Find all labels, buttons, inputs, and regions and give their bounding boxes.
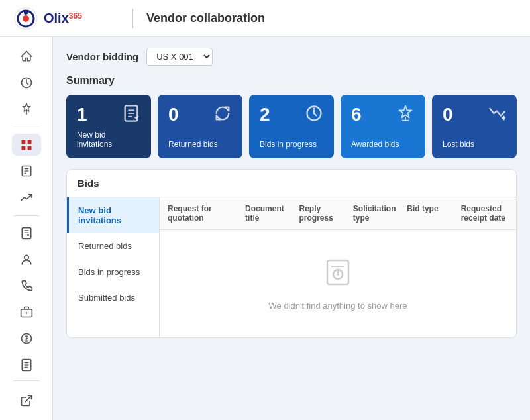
bids-title: Bids bbox=[67, 170, 516, 197]
main-layout: Vendor bidding US X 001 US X 002 US X 00… bbox=[0, 37, 530, 420]
analytics-icon[interactable] bbox=[12, 186, 41, 209]
card-top-4: 6 bbox=[351, 104, 415, 127]
bids-tabs: New bid invitations Returned bids Bids i… bbox=[67, 197, 160, 337]
bids-table-content: Request for quotation Document title Rep… bbox=[160, 197, 516, 337]
briefcase-icon[interactable] bbox=[12, 301, 41, 324]
card-top-2: 0 bbox=[168, 104, 232, 127]
card-label-4: Awarded bids bbox=[351, 140, 415, 149]
th-requested-receipt: Requested receipt date bbox=[461, 204, 508, 223]
summary-card-new-bid-invitations[interactable]: 1 New bid invitations bbox=[66, 95, 151, 158]
card-label-2: Returned bids bbox=[168, 140, 232, 149]
tab-new-bid-invitations[interactable]: New bid invitations bbox=[67, 197, 159, 233]
card-number-5: 0 bbox=[443, 104, 453, 125]
card-label-1: New bid invitations bbox=[77, 131, 140, 149]
svg-rect-7 bbox=[27, 140, 31, 144]
card-icon-bids-progress bbox=[305, 104, 323, 127]
sidebar bbox=[0, 37, 53, 420]
app-header: Olix365 Vendor collaboration bbox=[0, 0, 530, 37]
breadcrumb-label: Vendor bidding bbox=[66, 51, 138, 62]
app-title: Vendor collaboration bbox=[146, 11, 265, 25]
dollar-icon[interactable] bbox=[12, 327, 41, 350]
logo-area: Olix365 bbox=[13, 6, 119, 31]
card-number-2: 0 bbox=[168, 104, 179, 125]
summary-title: Summary bbox=[66, 75, 517, 87]
report-icon[interactable] bbox=[12, 160, 41, 182]
svg-point-18 bbox=[26, 234, 28, 236]
sidebar-divider-2 bbox=[13, 215, 40, 216]
phone-icon[interactable] bbox=[12, 275, 41, 297]
card-number-4: 6 bbox=[351, 104, 362, 125]
svg-point-19 bbox=[24, 255, 28, 260]
card-top-5: 0 bbox=[443, 104, 506, 127]
empty-message: We didn't find anything to show here bbox=[269, 301, 407, 311]
card-top-1: 1 bbox=[77, 104, 140, 127]
pin-icon[interactable] bbox=[12, 97, 41, 120]
th-reply-progress: Reply progress bbox=[299, 204, 346, 223]
grid-icon[interactable] bbox=[12, 134, 41, 156]
svg-point-2 bbox=[23, 15, 29, 22]
header-divider bbox=[132, 9, 133, 28]
card-label-3: Bids in progress bbox=[260, 140, 323, 149]
svg-rect-9 bbox=[27, 146, 31, 150]
breadcrumb-bar: Vendor bidding US X 001 US X 002 US X 00… bbox=[66, 48, 517, 66]
card-icon-awarded bbox=[396, 104, 415, 127]
sidebar-divider-3 bbox=[13, 380, 40, 381]
tab-bids-in-progress[interactable]: Bids in progress bbox=[67, 259, 159, 285]
sidebar-divider-1 bbox=[13, 127, 40, 127]
summary-cards: 1 New bid invitations 0 Returned bids bbox=[66, 95, 517, 158]
person-icon[interactable] bbox=[12, 248, 41, 271]
clock-icon[interactable] bbox=[12, 72, 41, 94]
summary-card-returned-bids[interactable]: 0 Returned bids bbox=[158, 95, 242, 158]
logo-text: Olix365 bbox=[44, 11, 82, 26]
doc-icon[interactable] bbox=[12, 354, 41, 376]
table-empty-state: We didn't find anything to show here bbox=[160, 230, 516, 337]
svg-rect-6 bbox=[21, 140, 25, 144]
logo-icon bbox=[13, 6, 38, 31]
card-icon-new-bid bbox=[122, 104, 140, 127]
card-top-3: 2 bbox=[260, 104, 323, 127]
th-bid-type: Bid type bbox=[407, 204, 454, 223]
th-solicitation-type: Solicitation type bbox=[353, 204, 400, 223]
th-document-title: Document title bbox=[245, 204, 292, 223]
svg-point-33 bbox=[313, 107, 315, 110]
bids-body: New bid invitations Returned bids Bids i… bbox=[67, 197, 516, 337]
th-rfq: Request for quotation bbox=[168, 204, 238, 223]
svg-line-27 bbox=[25, 396, 31, 402]
summary-card-bids-in-progress[interactable]: 2 Bids in progress bbox=[249, 95, 334, 158]
card-icon-lost bbox=[488, 104, 506, 127]
bids-container: Bids New bid invitations Returned bids B… bbox=[66, 169, 517, 338]
external-link-icon[interactable] bbox=[12, 390, 41, 412]
table-header: Request for quotation Document title Rep… bbox=[160, 197, 516, 230]
card-number-1: 1 bbox=[77, 104, 87, 125]
svg-rect-14 bbox=[22, 228, 30, 239]
tab-returned-bids[interactable]: Returned bids bbox=[67, 233, 159, 259]
card-label-5: Lost bids bbox=[443, 140, 506, 149]
main-content: Vendor bidding US X 001 US X 002 US X 00… bbox=[53, 37, 530, 420]
summary-card-awarded-bids[interactable]: 6 Awarded bids bbox=[341, 95, 425, 158]
vendor-select[interactable]: US X 001 US X 002 US X 003 bbox=[146, 48, 213, 66]
card-number-3: 2 bbox=[260, 104, 270, 125]
tab-submitted-bids[interactable]: Submitted bids bbox=[67, 285, 159, 311]
card-icon-returned bbox=[213, 104, 232, 127]
svg-rect-8 bbox=[21, 146, 25, 150]
summary-card-lost-bids[interactable]: 0 Lost bids bbox=[432, 95, 517, 158]
empty-icon bbox=[322, 256, 354, 294]
svg-point-3 bbox=[24, 11, 28, 15]
home-icon[interactable] bbox=[12, 45, 41, 68]
invoice-icon[interactable] bbox=[12, 223, 41, 245]
